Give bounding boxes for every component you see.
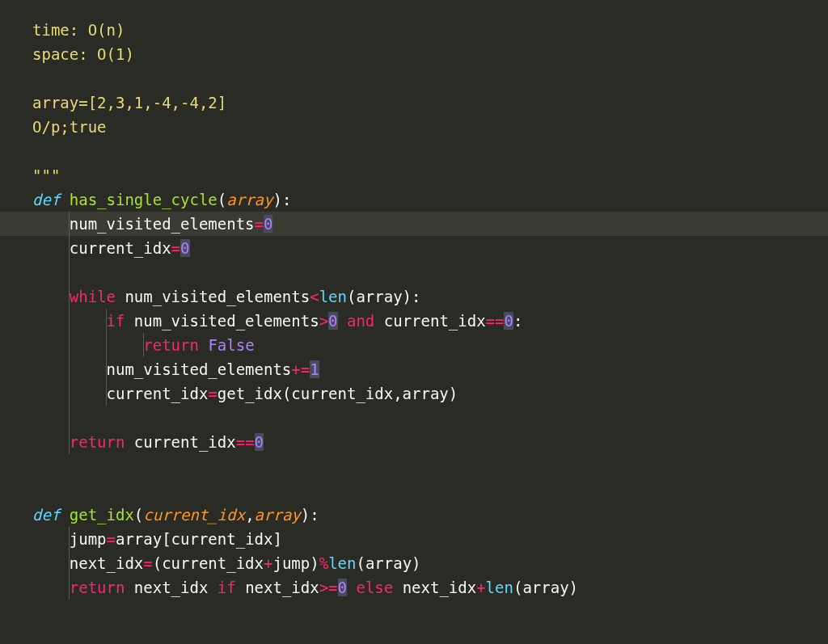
code-token: array=[2,3,1,-4,-4,2] bbox=[32, 94, 226, 112]
code-token: def bbox=[32, 506, 70, 524]
code-token: (array) bbox=[356, 554, 420, 572]
code-token: % bbox=[319, 554, 328, 572]
code-token: , bbox=[245, 506, 254, 524]
indent-guide bbox=[69, 357, 70, 381]
code-token bbox=[32, 215, 70, 233]
indent-guide bbox=[69, 551, 70, 575]
code-token bbox=[347, 579, 356, 596]
indent-guide bbox=[69, 333, 70, 357]
code-line[interactable] bbox=[32, 454, 828, 478]
indent-guide bbox=[106, 381, 107, 406]
code-token: 0 bbox=[255, 433, 264, 451]
code-token: while bbox=[70, 288, 116, 305]
code-token: len bbox=[319, 288, 347, 305]
code-line[interactable]: time: O(n) bbox=[32, 18, 828, 42]
code-line[interactable]: def has_single_cycle(array): bbox=[32, 187, 828, 212]
code-token: 0 bbox=[504, 312, 513, 330]
code-token: current_idx bbox=[143, 506, 245, 524]
indent-guide bbox=[143, 333, 144, 357]
code-line[interactable]: while num_visited_elements<len(array): bbox=[32, 284, 828, 309]
code-token: next_idx bbox=[70, 554, 144, 572]
code-token: next_idx bbox=[125, 579, 217, 596]
code-token: if bbox=[107, 312, 125, 330]
indent-guide bbox=[69, 575, 70, 600]
code-line[interactable]: """ bbox=[32, 163, 828, 187]
code-line[interactable]: def get_idx(current_idx,array): bbox=[32, 503, 828, 527]
indent-guide bbox=[69, 260, 70, 284]
code-line[interactable] bbox=[32, 478, 828, 503]
code-token bbox=[32, 288, 70, 305]
code-token: 0 bbox=[338, 579, 347, 596]
code-line[interactable]: array=[2,3,1,-4,-4,2] bbox=[32, 90, 828, 115]
code-token: array bbox=[255, 506, 301, 524]
code-token: current_idx bbox=[374, 312, 485, 330]
code-token: ): bbox=[301, 506, 319, 524]
code-token: == bbox=[236, 433, 255, 451]
code-token bbox=[199, 336, 208, 354]
indent-guide bbox=[69, 212, 70, 236]
code-token: (array): bbox=[347, 288, 421, 305]
code-line[interactable]: space: O(1) bbox=[32, 42, 828, 66]
code-line[interactable]: num_visited_elements=0 bbox=[0, 212, 828, 236]
code-token bbox=[32, 579, 70, 596]
code-line[interactable]: return current_idx==0 bbox=[32, 430, 828, 454]
code-line[interactable] bbox=[32, 260, 828, 284]
code-line[interactable]: next_idx=(current_idx+jump)%len(array) bbox=[32, 551, 828, 575]
indent-guide bbox=[69, 430, 70, 454]
indent-guide bbox=[69, 309, 70, 333]
code-token: num_visited_elements bbox=[107, 360, 292, 378]
code-line[interactable]: current_idx=get_idx(current_idx,array) bbox=[32, 381, 828, 406]
indent-guide bbox=[69, 381, 70, 406]
code-token: (current_idx bbox=[153, 554, 264, 572]
code-token: = bbox=[107, 530, 116, 548]
code-token: return bbox=[70, 579, 125, 596]
code-line[interactable]: current_idx=0 bbox=[32, 236, 828, 260]
code-token: num_visited_elements bbox=[70, 215, 255, 233]
code-line[interactable] bbox=[32, 139, 828, 163]
code-token bbox=[32, 554, 70, 572]
code-token: = bbox=[255, 215, 264, 233]
code-token: len bbox=[328, 554, 356, 572]
indent-guide bbox=[106, 333, 107, 357]
code-line[interactable]: jump=array[current_idx] bbox=[32, 527, 828, 551]
code-token: current_idx bbox=[125, 433, 235, 451]
code-token: == bbox=[486, 312, 505, 330]
code-token: return bbox=[143, 336, 199, 354]
code-line[interactable]: O/p;true bbox=[32, 115, 828, 139]
code-line[interactable]: return next_idx if next_idx>=0 else next… bbox=[32, 575, 828, 600]
code-token: len bbox=[486, 579, 513, 596]
code-token: has_single_cycle bbox=[70, 191, 218, 208]
indent-guide bbox=[69, 406, 70, 430]
code-line[interactable]: num_visited_elements+=1 bbox=[32, 357, 828, 381]
code-line[interactable]: return False bbox=[32, 333, 828, 357]
code-token: = bbox=[208, 385, 217, 402]
code-token: 0 bbox=[264, 215, 272, 233]
code-token: 0 bbox=[328, 312, 337, 330]
code-token: + bbox=[264, 554, 272, 572]
code-token: ): bbox=[272, 191, 291, 208]
code-token: next_idx bbox=[236, 579, 319, 596]
code-token: """ bbox=[32, 166, 60, 184]
code-token: current_idx bbox=[107, 385, 209, 402]
code-token: array[current_idx] bbox=[116, 530, 282, 548]
code-token: next_idx bbox=[393, 579, 476, 596]
code-token: def bbox=[32, 191, 70, 208]
code-line[interactable] bbox=[32, 406, 828, 430]
code-token: = bbox=[171, 239, 180, 257]
code-token: else bbox=[356, 579, 393, 596]
code-line[interactable]: if num_visited_elements>0 and current_id… bbox=[32, 309, 828, 333]
code-token: and bbox=[347, 312, 374, 330]
code-token: jump bbox=[70, 530, 107, 548]
code-token: get_idx bbox=[70, 506, 134, 524]
code-token: : bbox=[513, 312, 522, 330]
code-token: current_idx bbox=[70, 239, 171, 257]
code-token: time: O(n) bbox=[32, 21, 125, 39]
code-token: ( bbox=[134, 506, 143, 524]
indent-guide bbox=[106, 357, 107, 381]
code-line[interactable] bbox=[32, 66, 828, 90]
code-token: 0 bbox=[180, 239, 189, 257]
code-token: space: O(1) bbox=[32, 45, 134, 63]
indent-guide bbox=[106, 309, 107, 333]
code-editor[interactable]: time: O(n)space: O(1) array=[2,3,1,-4,-4… bbox=[0, 0, 828, 600]
code-token: += bbox=[291, 360, 310, 378]
